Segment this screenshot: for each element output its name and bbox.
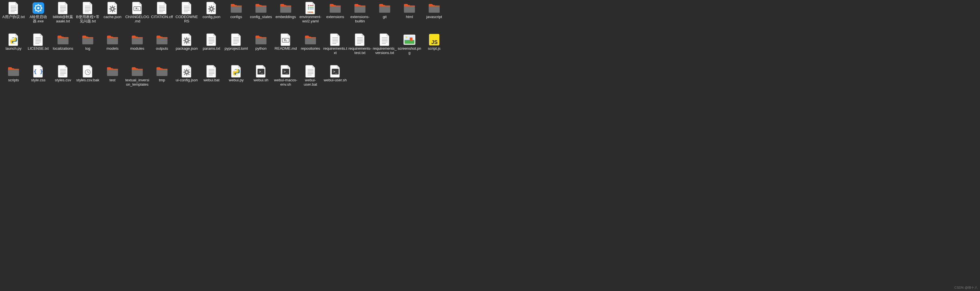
- file-item[interactable]: scripts: [1, 64, 26, 95]
- text-icon: [354, 33, 366, 46]
- svg-rect-58: [231, 5, 242, 6]
- file-item[interactable]: A绘世启动器.exe: [26, 1, 51, 32]
- svg-rect-29: [112, 11, 113, 13]
- svg-text:>_: >_: [333, 70, 337, 74]
- file-item[interactable]: requirements_versions.txt: [372, 33, 397, 64]
- text-icon: [180, 2, 193, 14]
- svg-rect-81: [132, 37, 143, 38]
- text-icon: [304, 65, 317, 78]
- file-label: styles.csv: [55, 78, 71, 83]
- file-item[interactable]: textual_inversion_templates: [125, 64, 150, 95]
- svg-rect-68: [330, 5, 340, 6]
- svg-point-15: [37, 7, 40, 9]
- file-item[interactable]: params.txt: [199, 33, 224, 64]
- text-icon: [81, 2, 94, 14]
- text-icon: [57, 65, 69, 78]
- file-item[interactable]: ui-config.json: [174, 64, 199, 95]
- folder-icon: [255, 33, 267, 46]
- svg-rect-145: [186, 75, 187, 76]
- file-item[interactable]: screenshot.png: [397, 33, 422, 64]
- file-label: screenshot.png: [397, 46, 422, 55]
- file-item[interactable]: M↓ CHANGELOG.md: [125, 1, 150, 32]
- file-item[interactable]: styles.csv.bak: [75, 64, 100, 95]
- file-label: tmp: [159, 78, 165, 83]
- svg-rect-62: [310, 5, 313, 6]
- file-item[interactable]: modules: [125, 33, 150, 64]
- text-icon: [379, 33, 391, 46]
- file-label: html: [406, 15, 413, 19]
- file-label: script.js: [428, 46, 441, 51]
- file-item[interactable]: javascript: [422, 1, 447, 32]
- svg-rect-86: [186, 43, 187, 44]
- file-item[interactable]: cache.json: [100, 1, 125, 32]
- file-item[interactable]: styles.csv: [51, 64, 75, 95]
- file-item[interactable]: test: [100, 64, 125, 95]
- json-gear-icon: [106, 2, 119, 14]
- file-item[interactable]: M↓ README.md: [273, 33, 298, 64]
- file-item[interactable]: YAML environment-wsl2.yaml: [298, 1, 323, 32]
- file-item[interactable]: configs: [224, 1, 248, 32]
- file-item[interactable]: launch.py: [1, 33, 26, 64]
- text-icon: [32, 33, 45, 46]
- file-label: requirements.txt: [323, 46, 347, 55]
- file-label: styles.csv.bak: [76, 78, 99, 83]
- file-label: cache.json: [103, 15, 121, 19]
- file-item[interactable]: B使用教程+常见问题.txt: [75, 1, 100, 32]
- text-icon: [329, 33, 342, 46]
- file-item[interactable]: python: [248, 33, 273, 64]
- text-icon: [205, 33, 218, 46]
- folder-icon: [230, 2, 243, 14]
- folder-icon: [106, 33, 119, 46]
- file-item[interactable]: git: [372, 1, 397, 32]
- file-item[interactable]: config_states: [248, 1, 273, 32]
- file-item[interactable]: CODEOWNERS: [174, 1, 199, 32]
- file-item[interactable]: webui.bat: [199, 64, 224, 95]
- file-item[interactable]: bilibili@秋葉aaaki.txt: [51, 1, 75, 32]
- svg-point-65: [308, 8, 309, 10]
- file-item[interactable]: outputs: [150, 33, 174, 64]
- file-item[interactable]: >_ webui-macos-env.sh: [273, 64, 298, 95]
- folder-icon: [57, 33, 69, 46]
- file-item[interactable]: package.json: [174, 33, 199, 64]
- file-label: A绘世启动器.exe: [26, 15, 50, 24]
- file-item[interactable]: webui.py: [224, 64, 248, 95]
- bak-icon: [81, 65, 94, 78]
- file-item[interactable]: log: [75, 33, 100, 64]
- file-item[interactable]: >_ webui-user.sh: [323, 64, 348, 95]
- svg-text:YAML: YAML: [307, 11, 313, 14]
- folder-icon: [131, 65, 143, 78]
- file-item[interactable]: A用户协议.txt: [1, 1, 26, 32]
- file-label: B使用教程+常见问题.txt: [76, 15, 100, 24]
- svg-rect-72: [429, 5, 440, 6]
- file-label: README.md: [275, 46, 297, 51]
- file-item[interactable]: requirements.txt: [323, 33, 348, 64]
- file-label: webui-user.bat: [298, 78, 323, 87]
- svg-rect-64: [310, 7, 313, 8]
- file-item[interactable]: extensions-builtin: [348, 1, 372, 32]
- folder-icon: [156, 65, 168, 78]
- file-item[interactable]: tmp: [150, 64, 174, 95]
- svg-rect-52: [208, 9, 209, 10]
- file-item[interactable]: LICENSE.txt: [26, 33, 51, 64]
- file-item[interactable]: { } style.css: [26, 64, 51, 95]
- file-label: webui.bat: [204, 78, 220, 83]
- file-item[interactable]: >_ webui.sh: [248, 64, 273, 95]
- yaml-icon: YAML: [304, 2, 317, 14]
- file-item[interactable]: pyproject.toml: [224, 33, 248, 64]
- file-item[interactable]: config.json: [199, 1, 224, 32]
- file-item[interactable]: repositories: [298, 33, 323, 64]
- file-item[interactable]: requirements-test.txt: [348, 33, 372, 64]
- svg-text:>_: >_: [284, 70, 288, 74]
- file-item[interactable]: embeddings: [273, 1, 298, 32]
- svg-rect-82: [156, 37, 167, 38]
- svg-rect-140: [132, 69, 143, 70]
- file-item[interactable]: JS script.js: [422, 33, 447, 64]
- svg-rect-71: [404, 5, 415, 6]
- svg-rect-147: [189, 72, 190, 73]
- file-item[interactable]: localizations: [51, 33, 75, 64]
- file-item[interactable]: CITATION.cff: [150, 1, 174, 32]
- file-item[interactable]: extensions: [323, 1, 348, 32]
- file-item[interactable]: models: [100, 33, 125, 64]
- file-item[interactable]: html: [397, 1, 422, 32]
- file-item[interactable]: webui-user.bat: [298, 64, 323, 95]
